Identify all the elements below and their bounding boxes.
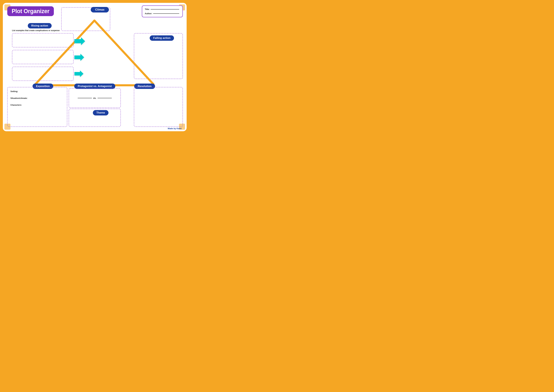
setting-label: Setting: — [10, 90, 64, 92]
theme-box[interactable] — [69, 109, 121, 127]
author-underline — [153, 14, 179, 14]
title-field: Title: — [145, 8, 179, 10]
resolution-box[interactable] — [134, 87, 183, 127]
falling-action-badge: Falling action — [150, 35, 174, 41]
rising-box-1[interactable] — [12, 33, 74, 47]
exposition-box[interactable]: Setting: Situation/climate: Characters: — [7, 87, 67, 127]
main-card: Plot Organizer Title: Author: Climax Ris… — [3, 3, 187, 131]
info-box: Title: Author: — [142, 5, 183, 17]
arrow-2 — [74, 54, 84, 61]
svg-marker-2 — [74, 54, 84, 61]
characters-label: Characters: — [10, 104, 64, 106]
arrow-3 — [74, 70, 83, 77]
svg-marker-3 — [74, 70, 83, 77]
title-badge: Plot Organizer — [7, 6, 54, 16]
situation-label: Situation/climate: — [10, 97, 64, 99]
svg-marker-1 — [74, 37, 85, 45]
vs-text: vs. — [93, 97, 96, 99]
author-field: Author: — [145, 12, 179, 15]
rising-box-2[interactable] — [12, 50, 74, 64]
rising-subtext: List examples that create complications … — [12, 29, 60, 32]
title-underline — [151, 9, 179, 9]
page-title: Plot Organizer — [12, 8, 49, 14]
protagonist-field[interactable] — [78, 98, 92, 98]
antagonist-field[interactable] — [97, 98, 112, 98]
arrow-1 — [74, 37, 85, 45]
rising-action-badge: Rising action — [28, 23, 52, 28]
made-by-label: Made by Kami — [168, 127, 181, 130]
rising-box-3[interactable] — [12, 67, 74, 81]
climax-badge: Climax — [91, 7, 109, 13]
kami-label: Kami — [177, 127, 181, 130]
protagonist-box[interactable]: vs. — [69, 88, 121, 108]
